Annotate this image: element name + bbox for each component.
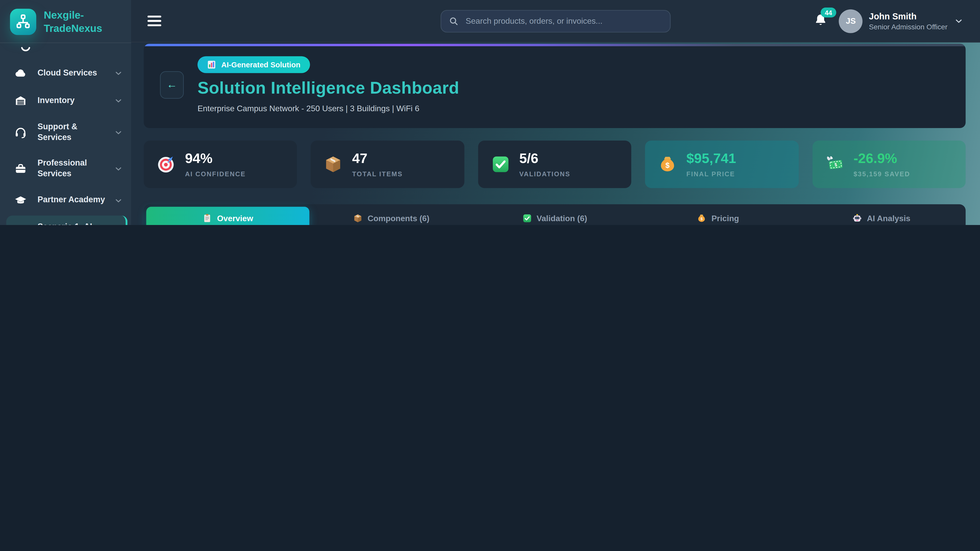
notification-badge: 44 [821,7,837,17]
page-title: Solution Intelligence Dashboard [197,79,460,98]
chevron-down-icon [954,16,964,26]
tab-label: Components (6) [368,213,429,223]
tab-bar: Overview Components (6) Validation (6) P… [144,204,966,225]
money-with-wings-icon [825,155,844,173]
target-icon [157,155,176,173]
package-icon [353,213,363,223]
graduation-cap-icon [14,194,27,206]
stat-value: 5/6 [519,151,570,167]
main-content: ← AI-Generated Solution Solution Intelli… [131,43,980,225]
sidebar-item-cloud-services[interactable]: Cloud Services [0,59,131,87]
sidebar-item-partial[interactable] [0,47,131,59]
tab-ai-analysis[interactable]: AI Analysis [800,207,963,225]
stat-value: 47 [352,151,403,167]
sidebar-item-label: Scenario 1: AI Solution Builder [38,221,111,225]
sidebar-item-label: Professional Services [38,158,113,179]
search-bar [441,10,671,32]
partial-scrolled-icon [19,47,32,53]
sidebar: Nexgile-TradeNexus Cloud Services Invent… [0,0,131,225]
tab-label: Overview [217,213,253,223]
search-input[interactable] [465,16,662,26]
stats-row: 94% AI CONFIDENCE 47 TOTAL ITEMS 5/6 VAL… [144,141,966,188]
stat-value: -26.9% [853,151,910,167]
hero-banner: ← AI-Generated Solution Solution Intelli… [144,44,966,128]
sidebar-item-scenario-1[interactable]: Scenario 1: AI Solution Builder [6,215,127,225]
top-header: 44 JS John Smith Senior Admission Office… [131,0,980,43]
stat-label: VALIDATIONS [519,170,570,177]
stat-card-final-price: $95,741 FINAL PRICE [645,141,799,188]
tab-pricing[interactable]: Pricing [636,207,800,225]
brand[interactable]: Nexgile-TradeNexus [0,0,131,43]
sidebar-item-professional-services[interactable]: Professional Services [0,151,131,187]
check-icon [522,213,531,223]
ai-generated-badge: AI-Generated Solution [197,56,310,73]
tab-overview[interactable]: Overview [146,207,310,225]
chevron-down-icon [114,128,123,138]
robot-icon [853,213,862,223]
package-icon [324,155,343,173]
brand-name: Nexgile-TradeNexus [44,9,118,35]
stat-card-savings: -26.9% $35,159 SAVED [812,141,966,188]
avatar: JS [839,9,862,33]
sidebar-item-partner-academy[interactable]: Partner Academy [0,186,131,214]
check-icon [491,155,510,173]
stat-card-ai-confidence: 94% AI CONFIDENCE [144,141,297,188]
chevron-down-icon [114,68,123,78]
stat-value: 94% [185,151,246,167]
brand-logo-icon [10,9,36,35]
stat-card-validations: 5/6 VALIDATIONS [478,141,632,188]
toolbox-icon [14,162,27,175]
headset-icon [14,126,27,138]
tab-components[interactable]: Components (6) [310,207,473,225]
chevron-down-icon [114,96,123,106]
stat-label: FINAL PRICE [687,170,736,177]
bar-chart-card-icon [207,60,216,69]
cloud-icon [14,67,27,79]
notifications-button[interactable]: 44 [814,13,828,29]
sidebar-item-label: Support & Services [38,122,113,143]
warehouse-icon [14,94,27,107]
sidebar-item-label: Cloud Services [38,68,113,78]
stat-label: $35,159 SAVED [853,170,910,177]
user-menu[interactable]: JS John Smith Senior Admission Officer [839,9,964,33]
sidebar-item-support-services[interactable]: Support & Services [0,114,131,151]
user-name: John Smith [869,11,948,22]
money-bag-icon [697,213,707,223]
chevron-down-icon [114,196,123,205]
stat-value: $95,741 [687,151,736,167]
app-window: Nexgile-TradeNexus Cloud Services Invent… [0,0,980,225]
back-button[interactable]: ← [160,71,184,98]
page-subtitle: Enterprise Campus Network - 250 Users | … [197,104,460,113]
money-bag-icon [658,155,677,173]
stat-card-total-items: 47 TOTAL ITEMS [311,141,464,188]
badge-label: AI-Generated Solution [221,60,301,69]
tab-validation[interactable]: Validation (6) [473,207,636,225]
tab-label: AI Analysis [867,213,910,223]
sidebar-item-label: Partner Academy [38,195,113,205]
clipboard-icon [203,213,212,223]
user-role: Senior Admission Officer [869,23,948,30]
search-icon [449,16,458,26]
tab-label: Pricing [711,213,739,223]
menu-button[interactable] [148,16,161,26]
sidebar-nav: Cloud Services Inventory Support & Servi… [0,43,131,225]
tab-label: Validation (6) [537,213,587,223]
stat-label: TOTAL ITEMS [352,170,403,177]
sidebar-item-label: Inventory [38,95,113,106]
chevron-down-icon [114,164,123,173]
stat-label: AI CONFIDENCE [185,170,246,177]
sidebar-item-inventory[interactable]: Inventory [0,87,131,114]
